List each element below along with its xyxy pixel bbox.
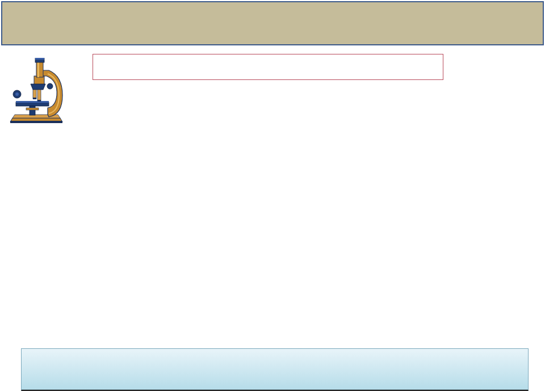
header-band: [1, 1, 544, 45]
svg-rect-0: [10, 121, 62, 123]
svg-rect-12: [36, 61, 43, 77]
svg-rect-2: [16, 101, 49, 103]
bottom-info-band: [21, 348, 529, 391]
svg-rect-13: [37, 61, 39, 77]
svg-rect-10: [33, 98, 36, 99]
svg-rect-3: [30, 106, 35, 115]
svg-rect-9: [37, 90, 41, 101]
svg-point-6: [15, 92, 19, 96]
microscope-icon: [8, 58, 65, 125]
subtitle-box: [93, 54, 443, 80]
svg-rect-1: [16, 102, 49, 106]
svg-rect-15: [35, 58, 44, 60]
svg-rect-11: [37, 100, 41, 102]
svg-rect-8: [33, 90, 36, 99]
svg-rect-4: [26, 108, 39, 110]
svg-point-16: [47, 83, 53, 89]
